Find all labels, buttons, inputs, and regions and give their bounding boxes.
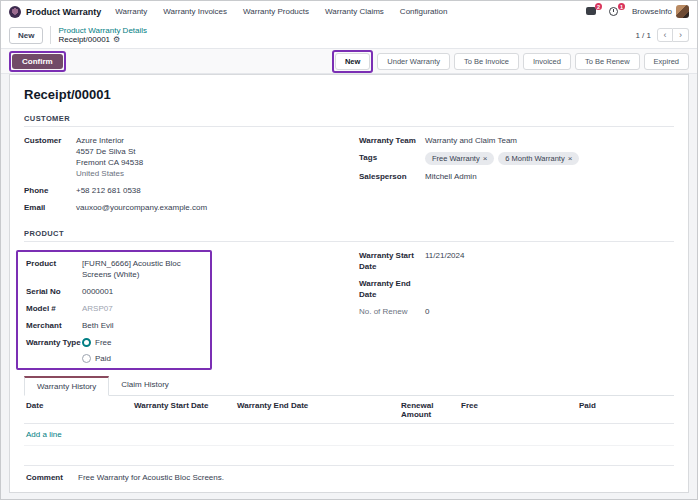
salesperson-field[interactable]: Mitchell Admin [425, 171, 477, 182]
breadcrumb: Product Warranty Details Receipt/00001 ⚙ [58, 26, 147, 44]
product-field[interactable]: [FURN_6666] Acoustic Bloc Screens (White… [82, 258, 202, 280]
radio-unselected-icon[interactable] [82, 354, 91, 363]
stage-under-warranty[interactable]: Under Warranty [377, 53, 450, 70]
email-field[interactable]: vauxoo@yourcompany.example.com [76, 202, 207, 213]
stage-pipeline: New Under Warranty To Be Invoice Invoice… [332, 50, 689, 73]
serial-no-label: Serial No [26, 286, 82, 297]
warranty-end-date-label: Warranty End Date [359, 278, 425, 300]
menu-configuration[interactable]: Configuration [400, 7, 448, 16]
stage-new[interactable]: New [335, 53, 370, 70]
messages-badge: 2 [595, 3, 602, 10]
tag-remove-icon[interactable]: × [568, 153, 573, 164]
radio-selected-icon[interactable] [82, 338, 91, 347]
customer-name[interactable]: Azure Interior [76, 135, 143, 146]
breadcrumb-parent-link[interactable]: Product Warranty Details [58, 26, 147, 35]
breadcrumb-current: Receipt/00001 [58, 35, 110, 44]
top-navbar: Product Warranty Warranty Warranty Invoi… [1, 1, 697, 22]
product-label: Product [26, 258, 82, 280]
comment-field[interactable]: Free Warranty for Acoustic Bloc Screens. [78, 473, 224, 482]
merchant-field[interactable]: Beth Evil [82, 320, 114, 331]
comment-label: Comment [26, 473, 78, 482]
pager-next-button[interactable]: › [673, 28, 689, 42]
menu-warranty-invoices[interactable]: Warranty Invoices [163, 7, 227, 16]
salesperson-label: Salesperson [359, 171, 425, 182]
activities-button[interactable]: 1 [609, 6, 621, 17]
no-of-renew-label: No. of Renew [359, 306, 425, 317]
customer-address-line3: United States [76, 168, 143, 179]
email-label: Email [24, 202, 76, 213]
tab-claim-history[interactable]: Claim History [109, 376, 181, 395]
add-a-line-link[interactable]: Add a line [24, 424, 674, 446]
product-annotation-box: Product [FURN_6666] Acoustic Bloc Screen… [16, 250, 212, 370]
menu-warranty[interactable]: Warranty [115, 7, 147, 16]
record-title: Receipt/00001 [24, 87, 674, 102]
new-stage-annotation-box: New [332, 50, 373, 73]
product-section-heading: PRODUCT [24, 229, 674, 242]
col-free[interactable]: Free [461, 401, 579, 419]
tag-remove-icon[interactable]: × [483, 153, 488, 164]
customer-address-line1: 4557 De Silva St [76, 146, 143, 157]
warranty-start-date-label: Warranty Start Date [359, 250, 425, 272]
warranty-start-date-field[interactable]: 11/21/2024 [425, 250, 464, 272]
warranty-type-free-option[interactable]: Free [82, 337, 111, 348]
menu-warranty-products[interactable]: Warranty Products [243, 7, 309, 16]
phone-label: Phone [24, 185, 76, 196]
tag-free-warranty[interactable]: Free Warranty × [425, 152, 494, 165]
clock-icon [609, 7, 618, 16]
warranty-team-label: Warranty Team [359, 135, 425, 146]
col-date[interactable]: Date [26, 401, 134, 419]
app-logo-icon[interactable] [9, 6, 21, 18]
col-paid[interactable]: Paid [579, 401, 672, 419]
customer-field[interactable]: Azure Interior 4557 De Silva St Fremont … [76, 135, 143, 179]
model-label: Model # [26, 303, 82, 314]
messages-button[interactable]: 2 [586, 6, 598, 17]
confirm-annotation-box: Confirm [9, 51, 66, 72]
customer-section-heading: CUSTOMER [24, 114, 674, 127]
col-renewal-amount[interactable]: Renewal Amount [401, 401, 461, 419]
activities-badge: 1 [618, 3, 625, 10]
confirm-button[interactable]: Confirm [12, 54, 63, 69]
col-warranty-end-date[interactable]: Warranty End Date [237, 401, 401, 419]
tag-6-month-warranty[interactable]: 6 Month Warranty × [498, 152, 579, 165]
tags-label: Tags [359, 152, 425, 165]
warranty-type-paid-option[interactable]: Paid [82, 353, 111, 364]
new-button[interactable]: New [9, 27, 43, 44]
form-sheet: Receipt/00001 CUSTOMER Customer Azure In… [9, 74, 689, 493]
main-menu: Warranty Warranty Invoices Warranty Prod… [115, 7, 447, 16]
status-action-bar: Confirm New Under Warranty To Be Invoice… [1, 48, 697, 74]
user-menu[interactable]: BrowseInfo [632, 5, 689, 18]
tags-field[interactable]: Free Warranty × 6 Month Warranty × [425, 152, 579, 165]
menu-warranty-claims[interactable]: Warranty Claims [325, 7, 384, 16]
model-field[interactable]: ARSP07 [82, 303, 113, 314]
serial-no-field[interactable]: 0000001 [82, 286, 113, 297]
notebook-tabs: Warranty History Claim History [24, 376, 674, 396]
warranty-type-label: Warranty Type [26, 337, 82, 364]
customer-address-line2: Fremont CA 94538 [76, 157, 143, 168]
content-area: Receipt/00001 CUSTOMER Customer Azure In… [1, 74, 697, 499]
pager-count: 1 / 1 [635, 31, 651, 40]
pager-prev-button[interactable]: ‹ [657, 28, 673, 42]
user-avatar [676, 5, 689, 18]
gear-icon[interactable]: ⚙ [113, 35, 120, 44]
breadcrumb-bar: New Product Warranty Details Receipt/000… [1, 22, 697, 48]
merchant-label: Merchant [26, 320, 82, 331]
stage-to-be-renew[interactable]: To Be Renew [575, 53, 640, 70]
tab-warranty-history[interactable]: Warranty History [24, 376, 109, 396]
stage-expired[interactable]: Expired [644, 53, 689, 70]
phone-field[interactable]: +58 212 681 0538 [76, 185, 141, 196]
stage-invoiced[interactable]: Invoiced [523, 53, 571, 70]
col-warranty-start-date[interactable]: Warranty Start Date [134, 401, 237, 419]
user-name: BrowseInfo [632, 7, 672, 16]
comment-section: Comment Free Warranty for Acoustic Bloc … [24, 465, 674, 492]
divider [50, 26, 51, 44]
app-title[interactable]: Product Warranty [26, 7, 101, 17]
history-table-header: Date Warranty Start Date Warranty End Da… [24, 396, 674, 424]
customer-label: Customer [24, 135, 76, 179]
warranty-team-field[interactable]: Warranty and Claim Team [425, 135, 517, 146]
no-of-renew-field: 0 [425, 306, 429, 317]
stage-to-be-invoice[interactable]: To Be Invoice [454, 53, 519, 70]
empty-space [24, 446, 674, 465]
